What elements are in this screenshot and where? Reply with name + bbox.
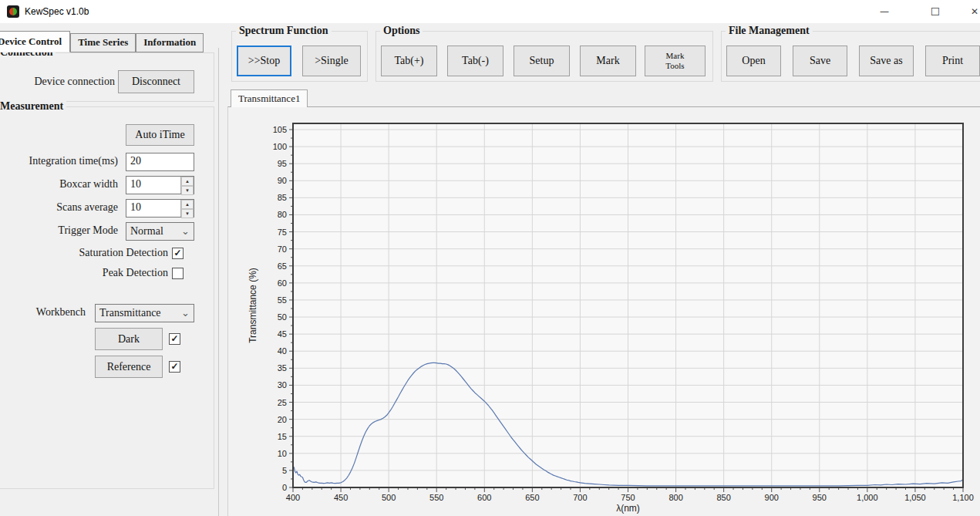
chart-page: 4004505005506006507007508008509009501,00… xyxy=(227,106,980,516)
svg-text:400: 400 xyxy=(286,493,300,502)
spectrum-function-group: Spectrum Function >>Stop >Single xyxy=(231,31,368,82)
spin-down-button[interactable]: ▼ xyxy=(181,209,194,218)
saturation-detection-checkbox[interactable]: ✓ xyxy=(172,248,184,259)
tab-information[interactable]: Information xyxy=(136,33,204,52)
reference-checkbox[interactable]: ✓ xyxy=(169,361,180,373)
tab-plus-button[interactable]: Tab(+) xyxy=(381,46,437,76)
auto-itime-button[interactable]: Auto iTime xyxy=(126,124,194,146)
svg-text:15: 15 xyxy=(278,432,287,441)
options-title: Options xyxy=(380,25,423,37)
peak-detection-checkbox[interactable] xyxy=(172,268,184,279)
svg-text:10: 10 xyxy=(278,449,287,458)
svg-text:900: 900 xyxy=(765,493,779,502)
dark-checkbox[interactable]: ✓ xyxy=(169,333,180,345)
application-window: KewSpec v1.0b — ☐ ✕ Device Control Time … xyxy=(0,0,980,516)
window-title: KewSpec v1.0b xyxy=(25,0,89,23)
svg-text:1,000: 1,000 xyxy=(857,493,878,502)
measurement-group-title: Measurement xyxy=(0,100,66,113)
svg-text:40: 40 xyxy=(278,346,287,356)
scans-average-label: Scans average xyxy=(0,201,118,214)
boxcar-width-value[interactable]: 10 xyxy=(126,177,180,194)
trigger-mode-value: Normal xyxy=(130,225,181,238)
minimize-button[interactable]: — xyxy=(871,0,897,23)
svg-text:950: 950 xyxy=(813,493,827,502)
svg-text:550: 550 xyxy=(429,493,443,502)
svg-text:90: 90 xyxy=(278,176,287,185)
left-tab-strip: Device Control Time Series Information xyxy=(0,31,204,52)
print-button[interactable]: Print xyxy=(925,46,980,76)
svg-text:50: 50 xyxy=(278,312,287,322)
svg-text:95: 95 xyxy=(278,159,287,168)
measurement-group: Measurement Auto iTime Integration time(… xyxy=(0,106,214,489)
tab-minus-button[interactable]: Tab(-) xyxy=(447,46,503,76)
svg-text:450: 450 xyxy=(334,493,348,502)
maximize-button[interactable]: ☐ xyxy=(922,0,948,23)
dark-button[interactable]: Dark xyxy=(95,328,163,350)
single-button[interactable]: >Single xyxy=(302,46,361,76)
workbench-label: Workbench xyxy=(0,306,86,319)
close-button[interactable]: ✕ xyxy=(961,0,980,23)
svg-text:75: 75 xyxy=(278,228,287,237)
tab-device-control[interactable]: Device Control xyxy=(0,31,70,52)
svg-text:100: 100 xyxy=(273,142,287,151)
trigger-mode-select[interactable]: Normal ⌄ xyxy=(126,222,194,241)
stop-button[interactable]: >>Stop xyxy=(237,46,291,76)
svg-text:20: 20 xyxy=(278,415,287,424)
svg-text:85: 85 xyxy=(278,193,287,202)
scans-average-stepper[interactable]: 10 ▲ ▼ xyxy=(126,199,194,218)
svg-text:105: 105 xyxy=(273,125,287,134)
spin-up-button[interactable]: ▲ xyxy=(181,177,194,186)
svg-text:650: 650 xyxy=(525,493,539,502)
chevron-down-icon: ⌄ xyxy=(181,228,190,235)
chevron-down-icon: ⌄ xyxy=(181,309,190,317)
svg-text:1,100: 1,100 xyxy=(952,493,974,502)
save-button[interactable]: Save xyxy=(793,46,847,76)
options-group: Options Tab(+) Tab(-) Setup Mark Mark To… xyxy=(375,31,713,82)
file-management-title: File Management xyxy=(726,25,813,37)
svg-text:800: 800 xyxy=(668,493,682,502)
svg-text:850: 850 xyxy=(716,493,730,502)
open-button[interactable]: Open xyxy=(726,46,781,76)
svg-text:750: 750 xyxy=(621,493,635,502)
tab-transmittance1[interactable]: Transmittance1 xyxy=(231,89,308,107)
saturation-detection-label: Saturation Detection xyxy=(0,247,168,259)
svg-text:60: 60 xyxy=(278,278,287,288)
save-as-button[interactable]: Save as xyxy=(859,46,914,76)
svg-text:500: 500 xyxy=(382,493,396,502)
reference-button[interactable]: Reference xyxy=(95,356,163,378)
integration-time-input[interactable]: 20 xyxy=(126,153,194,171)
integration-time-label: Integration time(ms) xyxy=(0,155,118,167)
tab-time-series[interactable]: Time Series xyxy=(70,33,136,52)
workbench-value: Transmittance xyxy=(99,307,181,319)
spin-down-button[interactable]: ▼ xyxy=(181,186,194,195)
svg-text:λ(nm): λ(nm) xyxy=(616,503,640,514)
left-panel-divider xyxy=(218,48,219,516)
svg-text:25: 25 xyxy=(278,398,287,407)
peak-detection-label: Peak Detection xyxy=(0,267,168,279)
svg-text:5: 5 xyxy=(282,466,287,475)
svg-text:65: 65 xyxy=(278,261,287,271)
mark-button[interactable]: Mark xyxy=(580,46,636,76)
svg-text:80: 80 xyxy=(278,210,287,219)
svg-text:600: 600 xyxy=(477,493,491,502)
svg-text:55: 55 xyxy=(278,295,287,305)
svg-text:35: 35 xyxy=(278,363,287,373)
connection-group: Connection Device connection Disconnect xyxy=(0,52,214,102)
svg-text:70: 70 xyxy=(278,245,287,254)
svg-text:45: 45 xyxy=(278,329,287,339)
svg-text:0: 0 xyxy=(282,483,287,492)
boxcar-width-stepper[interactable]: 10 ▲ ▼ xyxy=(126,176,194,194)
spectrum-function-title: Spectrum Function xyxy=(236,25,332,37)
title-bar: KewSpec v1.0b — ☐ ✕ xyxy=(0,0,980,23)
workbench-select[interactable]: Transmittance ⌄ xyxy=(95,304,194,322)
setup-button[interactable]: Setup xyxy=(514,46,570,76)
mark-tools-button[interactable]: Mark Tools xyxy=(645,46,706,76)
app-icon xyxy=(7,5,19,18)
svg-text:30: 30 xyxy=(278,380,287,390)
trigger-mode-label: Trigger Mode xyxy=(0,224,118,237)
transmittance-chart: 4004505005506006507007508008509009501,00… xyxy=(228,107,980,516)
boxcar-width-label: Boxcar width xyxy=(0,178,118,191)
spin-up-button[interactable]: ▲ xyxy=(181,200,194,209)
scans-average-value[interactable]: 10 xyxy=(126,200,180,217)
disconnect-button[interactable]: Disconnect xyxy=(118,70,194,93)
